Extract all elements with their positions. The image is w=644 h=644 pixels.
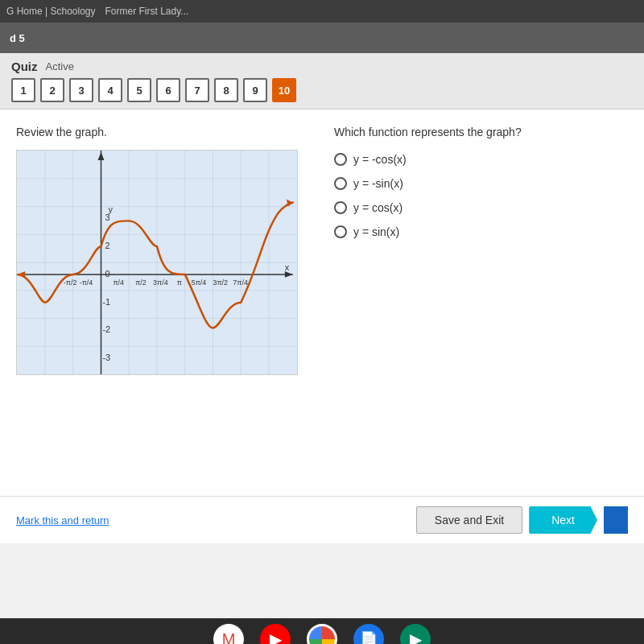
chrome-icon[interactable] <box>307 624 337 644</box>
option-row-2[interactable]: y = -sin(x) <box>334 177 628 190</box>
option-label-1: y = -cos(x) <box>353 153 407 166</box>
svg-text:π/2: π/2 <box>135 279 147 287</box>
which-function-text: Which function represents the graph? <box>334 126 628 138</box>
question-number-2[interactable]: 2 <box>40 78 64 102</box>
radio-option-2[interactable] <box>334 177 347 190</box>
question-number-4[interactable]: 4 <box>98 78 122 102</box>
screen: d 5 Quiz Active 1 2 3 4 5 6 7 8 9 10 Rev… <box>0 23 644 618</box>
svg-text:π: π <box>177 279 182 287</box>
option-row-4[interactable]: y = sin(x) <box>334 225 628 238</box>
taskbar: M ▶ 📄 ▶ <box>0 618 644 644</box>
svg-text:7π/4: 7π/4 <box>233 279 248 287</box>
breadcrumb: d 5 <box>10 32 25 44</box>
svg-text:π/4: π/4 <box>113 279 124 287</box>
svg-text:-3: -3 <box>102 353 110 362</box>
question-number-7[interactable]: 7 <box>185 78 209 102</box>
svg-text:-2: -2 <box>102 324 110 334</box>
radio-option-4[interactable] <box>334 225 347 238</box>
radio-option-3[interactable] <box>334 201 347 214</box>
browser-bar: G Home | Schoology Former First Lady... <box>0 0 644 23</box>
question-number-5[interactable]: 5 <box>127 78 151 102</box>
quiz-status: Active <box>46 60 74 72</box>
svg-text:5π/4: 5π/4 <box>192 279 207 287</box>
top-bar: d 5 <box>0 23 644 53</box>
docs-icon[interactable]: 📄 <box>353 624 384 644</box>
review-text: Review the graph. <box>16 126 310 138</box>
svg-text:-π/2: -π/2 <box>64 279 77 287</box>
content-area: Review the graph. <box>0 109 644 496</box>
graph-svg: 3 2 0 -1 -2 -3 y -π/2 -π/4 π/4 π/2 <box>17 151 297 374</box>
gmail-icon[interactable]: M <box>213 624 244 644</box>
option-label-2: y = -sin(x) <box>353 177 403 190</box>
svg-text:y: y <box>108 204 113 214</box>
extra-button[interactable] <box>604 506 628 534</box>
option-label-3: y = cos(x) <box>353 201 402 214</box>
left-panel: Review the graph. <box>16 126 310 488</box>
question-number-1[interactable]: 1 <box>11 78 35 102</box>
question-number-6[interactable]: 6 <box>156 78 180 102</box>
svg-text:x: x <box>285 262 290 272</box>
svg-text:-π/4: -π/4 <box>80 279 93 287</box>
quiz-title: Quiz <box>11 60 38 73</box>
svg-text:2: 2 <box>105 241 109 250</box>
svg-text:0: 0 <box>105 269 109 279</box>
svg-text:-1: -1 <box>102 297 110 307</box>
question-number-8[interactable]: 8 <box>214 78 238 102</box>
quiz-header: Quiz Active 1 2 3 4 5 6 7 8 9 10 <box>0 53 644 109</box>
graph-container: 3 2 0 -1 -2 -3 y -π/2 -π/4 π/4 π/2 <box>16 150 298 375</box>
browser-tab-firstlady: Former First Lady... <box>105 6 189 17</box>
save-exit-button[interactable]: Save and Exit <box>416 506 522 534</box>
play-icon[interactable]: ▶ <box>400 624 431 644</box>
question-numbers: 1 2 3 4 5 6 7 8 9 10 <box>11 78 633 102</box>
right-panel: Which function represents the graph? y =… <box>334 126 628 488</box>
svg-text:3π/4: 3π/4 <box>153 279 168 287</box>
svg-text:3π/2: 3π/2 <box>213 279 229 287</box>
mark-return-link[interactable]: Mark this and return <box>16 514 109 526</box>
youtube-icon[interactable]: ▶ <box>260 624 291 644</box>
bottom-buttons: Save and Exit Next <box>416 506 628 534</box>
next-button[interactable]: Next <box>529 506 597 534</box>
question-number-3[interactable]: 3 <box>69 78 93 102</box>
radio-option-1[interactable] <box>334 153 347 166</box>
bottom-bar: Mark this and return Save and Exit Next <box>0 496 644 543</box>
question-number-10[interactable]: 10 <box>272 78 296 102</box>
option-label-4: y = sin(x) <box>353 225 399 238</box>
option-row-3[interactable]: y = cos(x) <box>334 201 628 214</box>
browser-tab-schoology: G Home | Schoology <box>6 6 96 17</box>
question-number-9[interactable]: 9 <box>243 78 267 102</box>
option-row-1[interactable]: y = -cos(x) <box>334 153 628 166</box>
